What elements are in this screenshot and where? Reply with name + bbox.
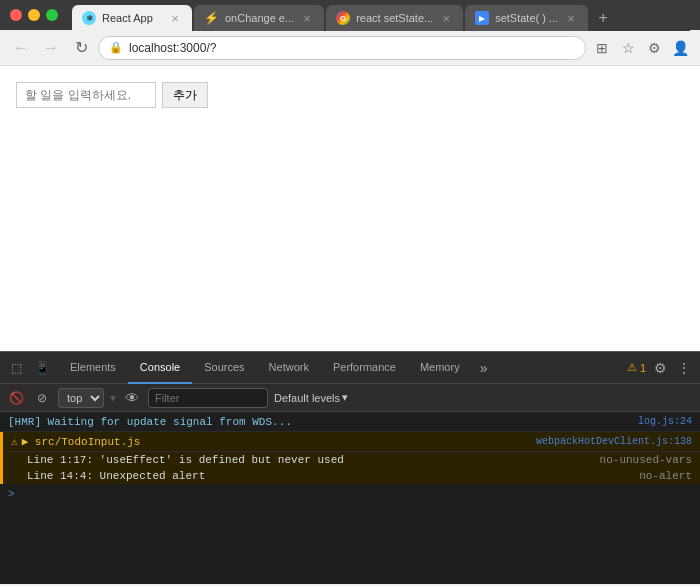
devtools-settings-button[interactable]: ⚙ [650, 358, 670, 378]
tab-close-button[interactable]: × [439, 11, 453, 25]
warning-source[interactable]: webpackHotDevClient.js:138 [536, 436, 692, 447]
console-context-select[interactable]: top [58, 388, 104, 408]
devtools-tab-network[interactable]: Network [257, 352, 321, 384]
console-output: [HMR] Waiting for update signal from WDS… [0, 412, 700, 584]
devtools-right-buttons: ⚠ 1 ⚙ ⋮ [621, 358, 700, 378]
new-tab-button[interactable]: + [590, 5, 616, 31]
console-clear-button[interactable]: 🚫 [6, 388, 26, 408]
refresh-button[interactable]: ↻ [68, 35, 94, 61]
devtools-inspect-button[interactable]: ⬚ [4, 356, 28, 380]
tab-label: React App [102, 12, 162, 24]
tab-label: react setState... [356, 12, 433, 24]
page-content: 추가 [0, 66, 700, 351]
nav-bar: ← → ↻ 🔒 localhost:3000/? ⊞ ☆ ⚙ 👤 [0, 30, 700, 66]
title-bar: ⚛ React App × ⚡ onChange e... × G react … [0, 0, 700, 30]
maximize-window-button[interactable] [46, 9, 58, 21]
tab-close-button[interactable]: × [300, 11, 314, 25]
google-tab-icon: G [336, 11, 350, 25]
profile-button[interactable]: 👤 [668, 36, 692, 60]
forward-button[interactable]: → [38, 35, 64, 61]
console-prompt-line[interactable]: > [0, 484, 700, 504]
warning-icon: ⚠ [11, 435, 18, 448]
devtools-tabs-bar: ⬚ 📱 Elements Console Sources Network Per… [0, 352, 700, 384]
browser-tab-onchange[interactable]: ⚡ onChange e... × [194, 5, 324, 31]
warning-line1-rule: no-unused-vars [600, 454, 692, 466]
warning-line2-rule: no-alert [639, 470, 692, 482]
devtools-more-tabs-button[interactable]: » [472, 356, 496, 380]
address-text: localhost:3000/? [129, 41, 216, 55]
video-tab-icon: ▶ [475, 11, 489, 25]
hmr-log-text: [HMR] Waiting for update signal from WDS… [8, 416, 292, 428]
warning-badge: ⚠ 1 [627, 361, 646, 374]
react-tab-icon: ⚛ [82, 11, 96, 25]
warning-count: 1 [640, 362, 646, 374]
tab-close-button[interactable]: × [168, 11, 182, 25]
warning-header-line: ⚠ ▶ src/TodoInput.js webpackHotDevClient… [3, 432, 700, 452]
console-log-line: [HMR] Waiting for update signal from WDS… [0, 412, 700, 432]
devtools-sidebar-buttons: ⬚ 📱 [0, 356, 58, 380]
traffic-lights [10, 9, 58, 21]
browser-tab-react-app[interactable]: ⚛ React App × [72, 5, 192, 31]
nav-actions: ⊞ ☆ ⚙ 👤 [590, 36, 692, 60]
tab-label: setState( ) ... [495, 12, 558, 24]
console-warning-block: ⚠ ▶ src/TodoInput.js webpackHotDevClient… [0, 432, 700, 484]
devtools-tab-elements[interactable]: Elements [58, 352, 128, 384]
console-filter-input[interactable] [148, 388, 268, 408]
warning-file-text: ▶ src/TodoInput.js [22, 435, 141, 448]
todo-add-button[interactable]: 추가 [162, 82, 208, 108]
devtools-tab-sources[interactable]: Sources [192, 352, 256, 384]
console-toolbar: 🚫 ⊘ top ▾ 👁 Default levels ▾ [0, 384, 700, 412]
chevron-down-icon: ▾ [342, 391, 348, 404]
browser-tab-google[interactable]: G react setState... × [326, 5, 463, 31]
extensions-button[interactable]: ⚙ [642, 36, 666, 60]
translate-button[interactable]: ⊞ [590, 36, 614, 60]
warning-line2-text: Line 14:4: Unexpected alert [27, 470, 205, 482]
devtools-tabs: Elements Console Sources Network Perform… [58, 352, 621, 384]
devtools-device-button[interactable]: 📱 [30, 356, 54, 380]
console-live-expressions-button[interactable]: 👁 [122, 388, 142, 408]
todo-input-area: 추가 [16, 82, 684, 108]
devtools-tab-console[interactable]: Console [128, 352, 192, 384]
warning-triangle-icon: ⚠ [627, 361, 637, 374]
console-toggle-button[interactable]: ⊘ [32, 388, 52, 408]
todo-input[interactable] [16, 82, 156, 108]
bookmark-button[interactable]: ☆ [616, 36, 640, 60]
address-bar[interactable]: 🔒 localhost:3000/? [98, 36, 586, 60]
devtools-menu-button[interactable]: ⋮ [674, 358, 694, 378]
browser-tabs: ⚛ React App × ⚡ onChange e... × G react … [72, 0, 690, 31]
warning-detail-line-2: Line 14:4: Unexpected alert no-alert [3, 468, 700, 484]
devtools-tab-performance[interactable]: Performance [321, 352, 408, 384]
tab-close-button[interactable]: × [564, 11, 578, 25]
context-separator: ▾ [110, 391, 116, 405]
tab-label: onChange e... [225, 12, 294, 24]
warning-line1-text: Line 1:17: 'useEffect' is defined but ne… [27, 454, 344, 466]
console-default-levels-button[interactable]: Default levels ▾ [274, 391, 348, 404]
back-button[interactable]: ← [8, 35, 34, 61]
address-lock-icon: 🔒 [109, 41, 123, 54]
devtools-tab-memory[interactable]: Memory [408, 352, 472, 384]
hmr-log-source[interactable]: log.js:24 [638, 416, 692, 427]
browser-tab-setstate[interactable]: ▶ setState( ) ... × [465, 5, 588, 31]
lightning-tab-icon: ⚡ [204, 11, 219, 25]
prompt-arrow-icon: > [8, 488, 15, 500]
warning-detail-line-1: Line 1:17: 'useEffect' is defined but ne… [3, 452, 700, 468]
minimize-window-button[interactable] [28, 9, 40, 21]
devtools-panel: ⬚ 📱 Elements Console Sources Network Per… [0, 351, 700, 584]
close-window-button[interactable] [10, 9, 22, 21]
